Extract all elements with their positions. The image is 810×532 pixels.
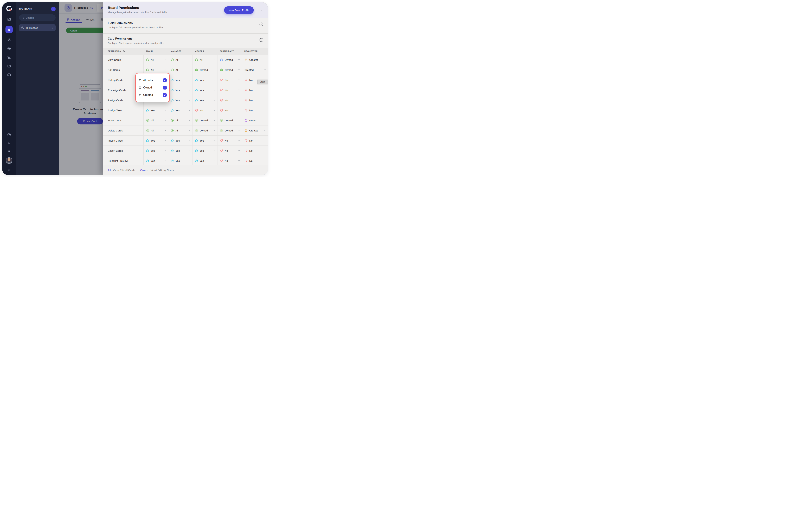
value-icon	[171, 109, 174, 112]
value-icon	[244, 129, 248, 132]
close-icon[interactable]	[260, 8, 263, 12]
add-board-button[interactable]	[51, 7, 55, 11]
permission-cell-participant[interactable]: No	[217, 135, 242, 145]
permission-cell-participant[interactable]: 2Owned	[217, 65, 242, 75]
permission-cell-manager[interactable]: Yes	[168, 85, 192, 95]
value-icon	[220, 139, 223, 142]
card-permissions-section: Card Permissions Configure Card access p…	[103, 34, 268, 48]
permission-cell-manager[interactable]: Yes	[168, 156, 192, 166]
permission-cell-manager[interactable]: All	[168, 55, 192, 65]
permission-cell-participant[interactable]: Owned	[217, 55, 242, 65]
search-box[interactable]	[19, 14, 55, 21]
hierarchy-icon[interactable]	[7, 38, 11, 42]
permission-cell-participant[interactable]: 2Owned	[217, 126, 242, 135]
chevron-down-icon	[213, 139, 215, 142]
expand-chevron-down-icon[interactable]	[259, 38, 264, 42]
permission-cell-member[interactable]: Yes	[192, 135, 217, 145]
permission-cell-member[interactable]: 2Owned	[192, 65, 217, 75]
sidebar-item-it-process[interactable]: IT process	[19, 24, 55, 31]
permission-cell-admin[interactable]: Yes	[143, 135, 168, 145]
popup-option: Created ✓	[139, 93, 167, 97]
option-checkbox[interactable]: ✓	[163, 93, 167, 97]
menu-icon[interactable]	[7, 168, 11, 172]
permission-cell-admin[interactable]: All	[143, 115, 168, 125]
permission-cell-manager[interactable]: Yes	[168, 95, 192, 105]
inbox-check-icon[interactable]	[7, 17, 11, 21]
permission-cell-admin[interactable]: Yes	[143, 105, 168, 115]
permission-cell-admin[interactable]: Yes	[143, 156, 168, 166]
search-icon[interactable]	[123, 50, 125, 52]
chevron-down-icon	[188, 109, 191, 111]
permission-cell-manager[interactable]: Yes	[168, 135, 192, 145]
permission-cell-manager[interactable]: All	[168, 65, 192, 75]
chevron-down-icon	[164, 109, 166, 111]
permission-cell-manager[interactable]: All	[168, 115, 192, 125]
permission-cell-requestor[interactable]: No	[242, 85, 268, 95]
option-label: All Jobs	[143, 79, 153, 82]
option-checkbox[interactable]: ✓	[163, 86, 167, 90]
permission-cell-requestor[interactable]: No	[242, 146, 268, 156]
permission-cell-admin[interactable]: All	[143, 126, 168, 135]
permission-cell-admin[interactable]: Yes	[143, 146, 168, 156]
permission-cell-participant[interactable]: No	[217, 146, 242, 156]
permission-cell-participant[interactable]: No	[217, 75, 242, 85]
permission-label: View Cards	[108, 58, 121, 61]
option-label: Created	[143, 94, 153, 97]
permission-cell-participant[interactable]: No	[217, 85, 242, 95]
permission-cell-manager[interactable]: Yes	[168, 75, 192, 85]
permission-cell-member[interactable]: Yes	[192, 146, 217, 156]
permission-cell-participant[interactable]: 2Owned	[217, 115, 242, 125]
permission-cell-member[interactable]: Yes	[192, 85, 217, 95]
chevron-down-icon	[188, 160, 191, 162]
chevron-down-icon	[188, 99, 191, 101]
permission-cell-member[interactable]: Yes	[192, 156, 217, 166]
permission-cell-participant[interactable]: No	[217, 156, 242, 166]
avatar[interactable]	[6, 157, 12, 164]
permission-cell-requestor[interactable]: No	[242, 95, 268, 105]
svg-text:2: 2	[196, 69, 197, 71]
permission-cell-member[interactable]: 2Owned	[192, 115, 217, 125]
chevron-down-icon	[188, 139, 191, 142]
permission-cell-manager[interactable]: All	[168, 126, 192, 135]
permission-cell-requestor[interactable]: No	[242, 156, 268, 166]
boards-icon[interactable]	[5, 26, 13, 33]
search-input[interactable]	[26, 16, 53, 19]
orbit-icon[interactable]	[7, 55, 11, 60]
section-title: Field Permissions	[108, 21, 263, 25]
chevron-down-icon	[164, 69, 166, 71]
permission-label: Pickup Cards	[108, 79, 123, 81]
permission-cell-requestor[interactable]: No	[242, 135, 268, 145]
option-checkbox[interactable]: ✓	[163, 78, 167, 82]
permission-cell-manager[interactable]: Yes	[168, 105, 192, 115]
permission-cell-requestor[interactable]: Created	[242, 65, 268, 75]
permission-cell-requestor[interactable]: Created	[242, 55, 268, 65]
bell-icon[interactable]	[7, 141, 11, 145]
permission-cell-requestor[interactable]: None	[242, 115, 268, 125]
permission-cell-member[interactable]: 2Owned	[192, 126, 217, 135]
permission-label: Import Cards	[108, 139, 123, 142]
globe-icon[interactable]	[7, 47, 11, 51]
permission-cell-member[interactable]: Yes	[192, 75, 217, 85]
chart-icon[interactable]	[7, 73, 11, 77]
gear-icon[interactable]	[7, 149, 11, 153]
chevron-down-icon	[238, 160, 240, 162]
permission-cell-member[interactable]: No	[192, 105, 217, 115]
value-icon: 2	[220, 119, 223, 122]
value-icon	[244, 149, 248, 152]
chevron-down-icon	[164, 149, 166, 152]
permission-cell-requestor[interactable]: No	[242, 105, 268, 115]
permission-cell-requestor[interactable]: Created	[242, 126, 268, 135]
collapse-chevron-up-icon[interactable]	[259, 22, 264, 27]
permission-cell-manager[interactable]: Yes	[168, 146, 192, 156]
permission-cell-participant[interactable]: No	[217, 105, 242, 115]
permission-cell-member[interactable]: All	[192, 55, 217, 65]
folder-icon[interactable]	[7, 64, 11, 68]
permission-cell-participant[interactable]: No	[217, 95, 242, 105]
help-icon[interactable]	[7, 133, 11, 137]
kebab-menu-icon[interactable]	[51, 26, 53, 29]
permission-cell-admin[interactable]: All	[143, 55, 168, 65]
new-board-profile-button[interactable]: New Board Profile	[224, 6, 254, 14]
permission-cell-member[interactable]: Yes	[192, 95, 217, 105]
chevron-down-icon	[188, 59, 191, 61]
table-row: Assign Cards Yes Yes No No	[103, 95, 268, 105]
